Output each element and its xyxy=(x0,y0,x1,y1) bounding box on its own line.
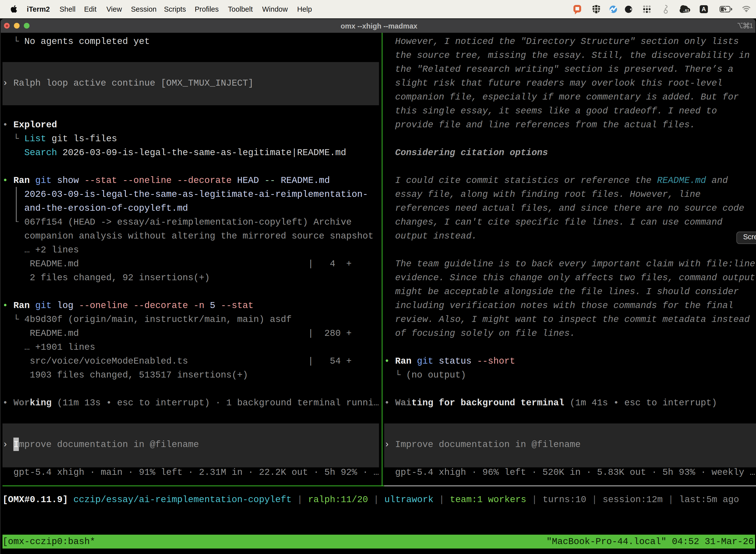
svg-text:..61: ..61 xyxy=(683,8,689,12)
